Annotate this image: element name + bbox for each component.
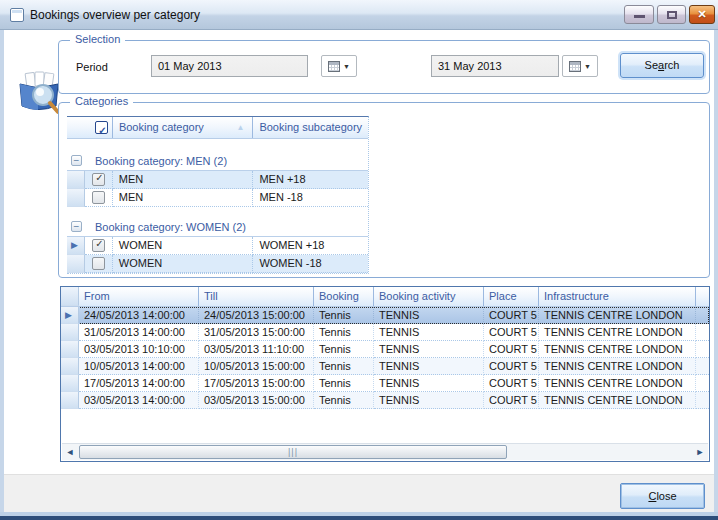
category-row-men-minus18[interactable]: MEN MEN -18 — [67, 189, 368, 207]
cell-from[interactable]: 24/05/2013 14:00:00 — [79, 307, 199, 324]
maximize-button[interactable] — [657, 5, 686, 24]
date-from-calendar-button[interactable]: ▼ — [321, 55, 357, 77]
column-header-booking-category[interactable]: Booking category ▲ — [113, 117, 254, 138]
horizontal-scrollbar[interactable]: ◄ ||| ► — [62, 443, 708, 460]
subcategory-cell[interactable]: WOMEN +18 — [253, 237, 368, 255]
date-to-calendar-button[interactable]: ▼ — [562, 55, 598, 77]
cell-place[interactable]: COURT 5 — [484, 358, 539, 375]
cell-place[interactable]: COURT 5 — [484, 307, 539, 324]
cell-till[interactable]: 24/05/2013 15:00:00 — [199, 307, 314, 324]
category-cell[interactable]: WOMEN — [113, 255, 254, 273]
row-checkbox[interactable] — [92, 257, 105, 270]
cell-place[interactable]: COURT 5 — [484, 324, 539, 341]
row-selector-cell[interactable] — [61, 358, 79, 375]
checkbox-cell[interactable]: ✓ — [85, 237, 113, 255]
column-header-infrastructure[interactable]: Infrastructure — [539, 287, 696, 306]
column-header-booking-subcategory[interactable]: Booking subcategory — [253, 117, 368, 138]
category-row-women-minus18[interactable]: WOMEN WOMEN -18 — [67, 255, 368, 273]
category-row-women-plus18[interactable]: ▶ ✓ WOMEN WOMEN +18 — [67, 237, 368, 255]
cell-booking-activity[interactable]: TENNIS — [374, 307, 484, 324]
cell-till[interactable]: 03/05/2013 11:10:00 — [199, 341, 314, 358]
search-button[interactable]: Search — [620, 53, 704, 78]
booking-row[interactable]: 17/05/2013 14:00:00 17/05/2013 15:00:00 … — [61, 375, 709, 392]
cell-from[interactable]: 03/05/2013 10:10:00 — [79, 341, 199, 358]
cell-booking[interactable]: Tennis — [314, 324, 374, 341]
cell-booking[interactable]: Tennis — [314, 307, 374, 324]
checkbox-cell[interactable]: ✓ — [85, 171, 113, 189]
window-close-button[interactable]: ✕ — [689, 5, 715, 24]
collapse-icon[interactable]: − — [71, 221, 82, 232]
scroll-left-icon[interactable]: ◄ — [62, 444, 78, 460]
cell-infrastructure[interactable]: TENNIS CENTRE LONDON — [539, 341, 696, 358]
row-selector-cell[interactable] — [67, 171, 85, 189]
cell-booking-activity[interactable]: TENNIS — [374, 375, 484, 392]
cell-from[interactable]: 10/05/2013 14:00:00 — [79, 358, 199, 375]
select-all-checkbox[interactable]: ✓ — [95, 121, 108, 134]
row-selector-cell[interactable] — [61, 324, 79, 341]
cell-infrastructure[interactable]: TENNIS CENTRE LONDON — [539, 358, 696, 375]
booking-row[interactable]: 31/05/2013 14:00:00 31/05/2013 15:00:00 … — [61, 324, 709, 341]
checkbox-cell[interactable] — [85, 255, 113, 273]
subcategory-cell[interactable]: MEN -18 — [253, 189, 368, 207]
row-selector-cell[interactable] — [61, 341, 79, 358]
scroll-right-icon[interactable]: ► — [692, 444, 708, 460]
row-checkbox[interactable] — [92, 191, 105, 204]
column-header-from[interactable]: From — [79, 287, 199, 306]
category-cell[interactable]: MEN — [113, 171, 254, 189]
row-selector-cell[interactable] — [61, 392, 79, 409]
cell-infrastructure[interactable]: TENNIS CENTRE LONDON — [539, 307, 696, 324]
category-cell[interactable]: MEN — [113, 189, 254, 207]
subcategory-cell[interactable]: MEN +18 — [253, 171, 368, 189]
cell-till[interactable]: 10/05/2013 15:00:00 — [199, 358, 314, 375]
cell-booking-activity[interactable]: TENNIS — [374, 392, 484, 409]
checkbox-cell[interactable] — [85, 189, 113, 207]
cell-booking-activity[interactable]: TENNIS — [374, 358, 484, 375]
date-from-input[interactable]: 01 May 2013 — [151, 55, 308, 77]
cell-from[interactable]: 31/05/2013 14:00:00 — [79, 324, 199, 341]
cell-till[interactable]: 03/05/2013 15:00:00 — [199, 392, 314, 409]
cell-infrastructure[interactable]: TENNIS CENTRE LONDON — [539, 375, 696, 392]
column-header-till[interactable]: Till — [199, 287, 314, 306]
cell-till[interactable]: 31/05/2013 15:00:00 — [199, 324, 314, 341]
close-button[interactable]: Close — [620, 483, 705, 509]
booking-row[interactable]: 10/05/2013 14:00:00 10/05/2013 15:00:00 … — [61, 358, 709, 375]
scrollbar-thumb[interactable]: ||| — [79, 445, 507, 459]
subcategory-cell[interactable]: WOMEN -18 — [253, 255, 368, 273]
row-selector-cell[interactable] — [67, 189, 85, 207]
row-checkbox[interactable]: ✓ — [92, 239, 105, 252]
title-bar[interactable]: Bookings overview per category ✕ — [0, 0, 718, 30]
select-all-header-cell[interactable]: ✓ — [85, 117, 113, 138]
cell-filler — [696, 392, 709, 409]
date-to-input[interactable]: 31 May 2013 — [431, 55, 559, 77]
minimize-button[interactable] — [624, 5, 654, 24]
collapse-icon[interactable]: − — [71, 155, 82, 166]
cell-infrastructure[interactable]: TENNIS CENTRE LONDON — [539, 324, 696, 341]
cell-from[interactable]: 03/05/2013 14:00:00 — [79, 392, 199, 409]
cell-booking-activity[interactable]: TENNIS — [374, 324, 484, 341]
cell-infrastructure[interactable]: TENNIS CENTRE LONDON — [539, 392, 696, 409]
row-selector-cell[interactable]: ▶ — [67, 237, 85, 255]
cell-booking[interactable]: Tennis — [314, 341, 374, 358]
cell-till[interactable]: 17/05/2013 15:00:00 — [199, 375, 314, 392]
category-row-men-plus18[interactable]: ✓ MEN MEN +18 — [67, 171, 368, 189]
cell-booking[interactable]: Tennis — [314, 358, 374, 375]
column-header-booking-activity[interactable]: Booking activity — [374, 287, 484, 306]
cell-booking[interactable]: Tennis — [314, 375, 374, 392]
cell-place[interactable]: COURT 5 — [484, 392, 539, 409]
column-header-booking[interactable]: Booking — [314, 287, 374, 306]
cell-booking-activity[interactable]: TENNIS — [374, 341, 484, 358]
row-selector-cell[interactable] — [67, 255, 85, 273]
cell-filler — [696, 324, 709, 341]
row-selector-cell[interactable] — [61, 375, 79, 392]
cell-booking[interactable]: Tennis — [314, 392, 374, 409]
category-cell[interactable]: WOMEN — [113, 237, 254, 255]
booking-row[interactable]: 03/05/2013 10:10:00 03/05/2013 11:10:00 … — [61, 341, 709, 358]
booking-row[interactable]: ▶ 24/05/2013 14:00:00 24/05/2013 15:00:0… — [61, 307, 709, 324]
cell-place[interactable]: COURT 5 — [484, 341, 539, 358]
column-header-place[interactable]: Place — [484, 287, 539, 306]
booking-row[interactable]: 03/05/2013 14:00:00 03/05/2013 15:00:00 … — [61, 392, 709, 409]
cell-from[interactable]: 17/05/2013 14:00:00 — [79, 375, 199, 392]
row-selector-cell[interactable]: ▶ — [61, 307, 79, 324]
cell-place[interactable]: COURT 5 — [484, 375, 539, 392]
row-checkbox[interactable]: ✓ — [92, 173, 105, 186]
